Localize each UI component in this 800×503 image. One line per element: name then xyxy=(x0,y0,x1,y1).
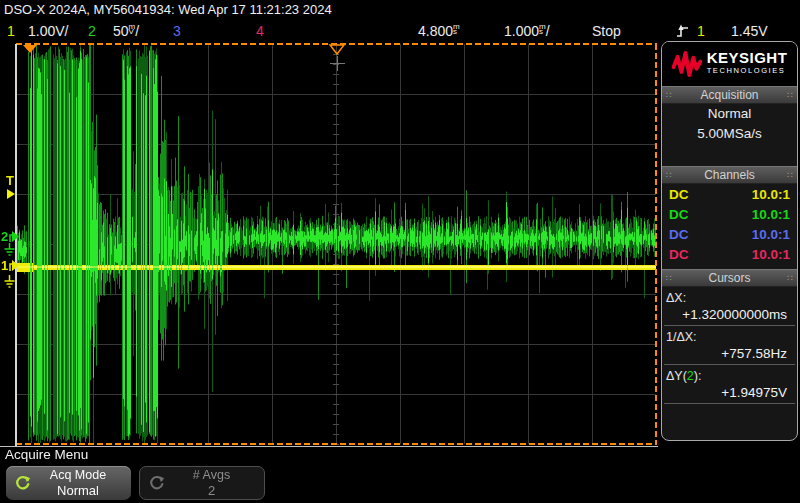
softkey-line1: # Avgs xyxy=(165,468,258,483)
ch4-probe-ratio: 10.0:1 xyxy=(752,247,790,262)
delay-readout[interactable]: 4.800ms xyxy=(418,23,460,39)
sample-rate: 5.00MSa/s xyxy=(662,124,797,144)
ch1-probe-ratio: 10.0:1 xyxy=(752,187,790,202)
timebase-unit: ms xyxy=(539,25,546,34)
ch1-ground-icon xyxy=(3,275,16,290)
grip-icon: ∷ xyxy=(666,171,672,180)
grip-icon: ∷ xyxy=(787,91,793,100)
brand-logo: KEYSIGHT TECHNOLOGIES xyxy=(662,42,797,86)
menu-title: Acquire Menu xyxy=(5,447,88,462)
brand-subtitle: TECHNOLOGIES xyxy=(707,64,788,77)
ch3-probe-ratio: 10.0:1 xyxy=(752,227,790,242)
ch2-marker-label: 2 xyxy=(1,231,8,243)
ch1-coupling: DC xyxy=(669,187,689,202)
trigger-edge-icon xyxy=(676,24,689,39)
acquisition-mode: Normal xyxy=(662,104,797,124)
waveform-canvas xyxy=(0,40,658,450)
ch1-marker-label: 1 xyxy=(1,260,8,272)
title-bar: DSO-X 2024A, MY56041934: Wed Apr 17 11:2… xyxy=(4,2,332,17)
delta-x-label: ΔX: xyxy=(662,287,797,305)
run-state[interactable]: Stop xyxy=(592,23,621,39)
timebase-slash: / xyxy=(546,23,550,39)
ch1-ground-marker[interactable]: 1 xyxy=(1,259,19,272)
inv-delta-x-value: +757.58Hz xyxy=(664,344,795,365)
ch2-ground-marker[interactable]: 2 xyxy=(1,230,19,243)
channels-header[interactable]: ∷ Channels ∷ xyxy=(662,166,797,184)
ch2-scale[interactable]: 50mV/ xyxy=(113,23,139,39)
trigger-level-marker-icon[interactable] xyxy=(7,189,15,199)
acquisition-header[interactable]: ∷ Acquisition ∷ xyxy=(662,86,797,104)
brand-name: KEYSIGHT xyxy=(707,51,788,64)
trigger-level[interactable]: 1.45V xyxy=(731,23,768,39)
ch1-scale[interactable]: 1.00V/ xyxy=(28,23,68,39)
softkey-line2: Normal xyxy=(31,483,125,498)
channels-header-label: Channels xyxy=(704,168,755,182)
grip-icon: ∷ xyxy=(666,274,672,283)
inv-delta-x-label: 1/ΔX: xyxy=(662,326,797,344)
grip-icon: ∷ xyxy=(666,91,672,100)
ch2-ground-icon xyxy=(3,243,16,258)
channel-row-4[interactable]: DC 10.0:1 xyxy=(662,244,797,264)
grip-icon: ∷ xyxy=(787,171,793,180)
delay-unit: ms xyxy=(453,25,460,34)
ch3-number[interactable]: 3 xyxy=(173,23,181,39)
delta-x-value: +1.320000000ms xyxy=(664,305,795,326)
grip-icon: ∷ xyxy=(787,274,793,283)
channel-row-1[interactable]: DC 10.0:1 xyxy=(662,184,797,204)
delta-y-value: +1.94975V xyxy=(664,383,795,404)
softkey-acq-mode[interactable]: Acq Mode Normal xyxy=(6,466,131,500)
panel-spacer xyxy=(662,144,797,166)
ch2-coupling: DC xyxy=(669,207,689,222)
cursors-header[interactable]: ∷ Cursors ∷ xyxy=(662,269,797,287)
channel-row-2[interactable]: DC 10.0:1 xyxy=(662,204,797,224)
cycle-icon xyxy=(148,475,165,492)
delta-y-source: 2 xyxy=(687,369,694,383)
acquisition-header-label: Acquisition xyxy=(700,88,758,102)
timebase-readout[interactable]: 1.000ms/ xyxy=(504,23,550,39)
info-panel: KEYSIGHT TECHNOLOGIES ∷ Acquisition ∷ No… xyxy=(661,41,798,441)
softkey-num-avgs[interactable]: # Avgs 2 xyxy=(139,466,265,500)
softkey-line2: 2 xyxy=(165,483,258,498)
delta-y-label: ΔY(2): xyxy=(662,365,797,383)
cycle-icon xyxy=(14,475,31,492)
trigger-source[interactable]: 1 xyxy=(697,23,705,39)
ch2-number[interactable]: 2 xyxy=(88,23,96,39)
ch2-marker-arrow-icon xyxy=(8,230,19,243)
ch4-coupling: DC xyxy=(669,247,689,262)
ch2-slash: / xyxy=(135,23,139,39)
ch3-coupling: DC xyxy=(669,227,689,242)
ch2-probe-ratio: 10.0:1 xyxy=(752,207,790,222)
delay-value: 4.800 xyxy=(418,23,453,39)
ch1-number[interactable]: 1 xyxy=(7,23,15,39)
trigger-level-marker-label[interactable]: T xyxy=(6,175,14,187)
ch4-number[interactable]: 4 xyxy=(256,23,264,39)
timebase-value: 1.000 xyxy=(504,23,539,39)
softkey-line1: Acq Mode xyxy=(31,468,125,483)
keysight-logo-icon xyxy=(672,49,702,79)
channel-row-3[interactable]: DC 10.0:1 xyxy=(662,224,797,244)
softkey-label: # Avgs 2 xyxy=(165,468,258,498)
ch1-marker-arrow-icon xyxy=(8,259,19,272)
softkey-label: Acq Mode Normal xyxy=(31,468,125,498)
oscilloscope-screen: DSO-X 2024A, MY56041934: Wed Apr 17 11:2… xyxy=(0,0,800,503)
ch2-scale-value: 50 xyxy=(113,23,129,39)
cursors-header-label: Cursors xyxy=(708,271,750,285)
